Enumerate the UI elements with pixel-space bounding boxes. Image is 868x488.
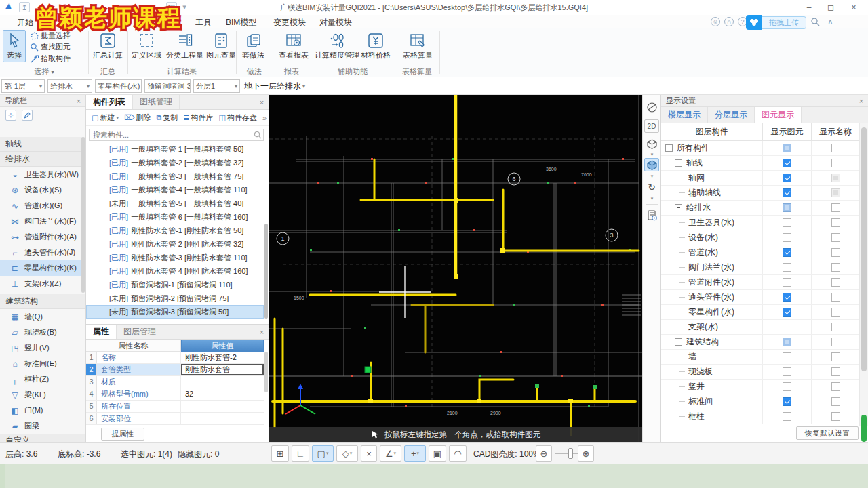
view-report-button[interactable]: 查看报表 bbox=[276, 30, 311, 62]
nav-item-fitting[interactable]: ⌐通头管件(水)(J) bbox=[0, 245, 83, 260]
nav-item-beam[interactable]: ▽梁(KL) bbox=[0, 387, 83, 403]
tab-layer-mgmt[interactable]: 图层管理 bbox=[117, 325, 163, 339]
component-row[interactable]: [已用]刚性防水套管-2 [刚性防水套管 32] bbox=[86, 237, 264, 251]
nav-item-ring-beam[interactable]: ▰圈梁 bbox=[0, 418, 83, 434]
show-name-checkbox[interactable] bbox=[831, 352, 840, 361]
component-row[interactable]: [未用]预留洞堵洞-2 [预留洞堵洞 75] bbox=[86, 291, 264, 305]
layer-select[interactable]: 分层1▾ bbox=[193, 79, 240, 93]
brightness-minus-button[interactable]: ⊖ bbox=[536, 445, 552, 462]
show-name-checkbox[interactable] bbox=[831, 412, 840, 421]
edit-icon[interactable] bbox=[22, 110, 33, 121]
headset-icon[interactable]: ∩ bbox=[724, 17, 734, 26]
nav-item-door[interactable]: ◧门(M) bbox=[0, 403, 83, 418]
show-element-checkbox[interactable] bbox=[783, 233, 791, 242]
chevron-down-icon[interactable]: ▾ bbox=[643, 152, 661, 157]
apply-method-button[interactable]: 套做法 bbox=[239, 30, 267, 62]
nav-item-equipment[interactable]: ⊛设备(水)(S) bbox=[0, 182, 83, 198]
new-component-button[interactable]: ▢新建▾ bbox=[90, 111, 121, 124]
close-button[interactable]: × bbox=[845, 1, 863, 14]
search-input[interactable] bbox=[89, 129, 264, 141]
nav-item-valve-flange[interactable]: ⋈阀门法兰(水)(F) bbox=[0, 214, 83, 229]
nav-item-standard-room[interactable]: ⌂标准间(E) bbox=[0, 356, 83, 371]
nav-item-frame-column[interactable]: ╥框柱(Z) bbox=[0, 371, 83, 387]
show-name-checkbox[interactable] bbox=[831, 203, 840, 212]
component-row[interactable]: [已用]预留洞堵洞-1 [预留洞堵洞 110] bbox=[86, 278, 264, 291]
close-icon[interactable]: × bbox=[74, 96, 83, 106]
nav-item-support[interactable]: ⊥支架(水)(Z) bbox=[0, 276, 83, 291]
snap-3d-button[interactable]: ◇▾ bbox=[336, 445, 358, 462]
2d-view-button[interactable]: 2D bbox=[644, 119, 659, 133]
display-scrollbar-thumb[interactable] bbox=[861, 127, 867, 371]
major-select[interactable]: 给排水▾ bbox=[47, 79, 92, 93]
property-row[interactable]: 3材质 bbox=[86, 376, 264, 388]
material-price-button[interactable]: 材料价格 bbox=[358, 30, 393, 62]
show-name-checkbox[interactable] bbox=[831, 174, 840, 182]
orbit-button[interactable] bbox=[644, 100, 659, 114]
show-element-checkbox[interactable] bbox=[783, 188, 791, 197]
show-element-checkbox[interactable] bbox=[783, 352, 791, 361]
precision-mgmt-button[interactable]: 计算精度管理 bbox=[312, 30, 362, 62]
solid-display-button[interactable]: ▣ bbox=[429, 445, 446, 462]
show-element-checkbox[interactable] bbox=[783, 263, 791, 272]
show-name-checkbox[interactable] bbox=[831, 248, 840, 257]
show-name-checkbox[interactable] bbox=[831, 397, 840, 406]
component-select[interactable]: 预留洞堵洞-3▾ bbox=[144, 79, 191, 93]
minimize-button[interactable]: – bbox=[800, 1, 818, 14]
collapse-ribbon-icon[interactable]: ∧ bbox=[827, 17, 833, 26]
type-select[interactable]: 零星构件(水)▾ bbox=[95, 79, 142, 93]
show-name-checkbox[interactable] bbox=[831, 144, 840, 152]
property-row[interactable]: 5所在位置 bbox=[86, 401, 264, 413]
menu-tools[interactable]: 工具 bbox=[195, 17, 212, 28]
show-element-checkbox[interactable] bbox=[783, 174, 791, 182]
rotate-view-button[interactable]: ↻ bbox=[644, 180, 659, 194]
component-row[interactable]: [已用]刚性防水套管-1 [刚性防水套管 50] bbox=[86, 224, 264, 237]
extract-properties-button[interactable]: 提属性 bbox=[101, 428, 144, 441]
angle-snap-button[interactable]: ∠▾ bbox=[380, 445, 401, 462]
menu-start[interactable]: 开始 bbox=[17, 17, 33, 28]
selection-grip[interactable] bbox=[365, 367, 371, 373]
search-icon[interactable] bbox=[811, 18, 820, 26]
component-row[interactable]: [已用]一般填料套管-4 [一般填料套管 110] bbox=[86, 183, 264, 197]
show-element-checkbox[interactable] bbox=[783, 412, 791, 421]
nav-item-pipe[interactable]: ∿管道(水)(G) bbox=[0, 198, 83, 214]
show-name-checkbox[interactable] bbox=[831, 382, 840, 391]
tab-layer-display[interactable]: 分层显示 bbox=[708, 107, 755, 123]
property-row[interactable]: 4规格型号(mm)32 bbox=[86, 388, 264, 401]
select-mode-button[interactable]: ▢▾ bbox=[312, 445, 334, 462]
show-element-checkbox[interactable] bbox=[783, 397, 791, 406]
collapse-expander-icon[interactable] bbox=[675, 159, 682, 167]
view-settings-button[interactable] bbox=[644, 208, 659, 222]
show-element-checkbox[interactable] bbox=[783, 323, 791, 331]
property-row[interactable]: 6安装部位 bbox=[86, 413, 264, 425]
component-row[interactable]: [未用]一般填料套管-5 [一般填料套管 40] bbox=[86, 197, 264, 210]
more-tools-button[interactable]: » bbox=[260, 113, 269, 123]
copy-component-button[interactable]: ⧉复制 bbox=[154, 111, 180, 124]
component-list-scrollbar[interactable] bbox=[264, 224, 268, 319]
chevron-down-icon[interactable]: ▾ bbox=[643, 196, 661, 201]
collapse-expander-icon[interactable] bbox=[665, 144, 673, 152]
group-caption-select[interactable]: 选择 ▾ bbox=[0, 66, 88, 77]
show-name-checkbox[interactable] bbox=[831, 233, 840, 242]
viewport-canvas[interactable]: 6 3 1 7600 3600 2100 2900 1500 按鼠标左键指定第一… bbox=[269, 95, 642, 442]
table-calc-button[interactable]: 表格算量 bbox=[400, 30, 435, 62]
show-name-checkbox[interactable] bbox=[831, 278, 840, 287]
component-row[interactable]: [已用]一般填料套管-2 [一般填料套管 32] bbox=[86, 156, 264, 169]
find-element-button[interactable]: 查找图元 bbox=[30, 41, 71, 53]
pick-component-button[interactable]: 拾取构件 bbox=[30, 53, 71, 64]
nav-section-structure[interactable]: 建筑结构 bbox=[0, 294, 85, 309]
batch-select-button[interactable]: 批量选择 bbox=[30, 30, 71, 41]
shaded-view-button[interactable] bbox=[644, 158, 659, 171]
brightness-slider[interactable] bbox=[555, 453, 580, 454]
component-row-selected[interactable]: [未用]预留洞堵洞-3 [预留洞堵洞 50] bbox=[86, 305, 264, 319]
show-element-checkbox[interactable] bbox=[783, 382, 791, 391]
close-icon[interactable]: × bbox=[257, 97, 267, 108]
properties-scrollbar[interactable] bbox=[264, 352, 268, 392]
property-row-selected[interactable]: 2套管类型刚性防水套管 bbox=[86, 364, 264, 376]
netdisk-upload-button[interactable]: 拖拽上传 bbox=[746, 15, 806, 30]
show-name-checkbox[interactable] bbox=[831, 159, 840, 167]
summary-calc-button[interactable]: 汇总计算 bbox=[90, 30, 125, 62]
show-name-checkbox[interactable] bbox=[831, 367, 840, 376]
ortho-button[interactable]: ∟ bbox=[292, 445, 309, 462]
tile-windows-button[interactable]: ⊞ bbox=[271, 445, 289, 462]
close-icon[interactable]: × bbox=[257, 327, 267, 338]
